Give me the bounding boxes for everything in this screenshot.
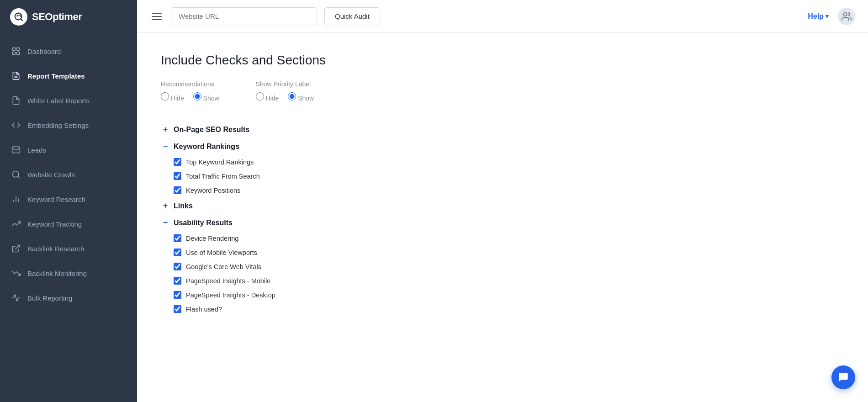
help-label: Help xyxy=(808,12,824,21)
svg-line-1 xyxy=(21,19,22,21)
check-device-rendering-label: Device Rendering xyxy=(186,235,238,242)
sidebar-item-label: Website Crawls xyxy=(27,171,75,179)
main-content: Include Checks and Sections Recommendati… xyxy=(137,33,868,402)
check-core-web-vitals: Google's Core Web Vitals xyxy=(161,259,844,274)
check-keyword-positions-input[interactable] xyxy=(174,186,181,194)
sidebar-item-backlink-monitoring[interactable]: Backlink Monitoring xyxy=(0,261,137,286)
svg-point-14 xyxy=(844,12,847,16)
chat-bubble-button[interactable] xyxy=(831,365,855,389)
check-mobile-viewports-input[interactable] xyxy=(174,249,181,256)
sidebar-item-label: Keyword Research xyxy=(27,196,85,203)
logo-icon xyxy=(10,8,27,26)
user-icon xyxy=(842,11,852,21)
svg-point-8 xyxy=(13,171,19,177)
section-links[interactable]: + Links xyxy=(161,197,844,214)
sidebar-item-website-crawls[interactable]: Website Crawls xyxy=(0,162,137,187)
embedding-icon xyxy=(11,120,21,130)
priority-show-label[interactable]: Show xyxy=(288,92,314,102)
check-core-web-vitals-input[interactable] xyxy=(174,263,181,270)
on-page-seo-title: On-Page SEO Results xyxy=(174,126,249,134)
report-templates-icon xyxy=(11,71,21,81)
svg-rect-3 xyxy=(17,48,20,51)
check-flash-used-input[interactable] xyxy=(174,305,181,313)
recommendations-hide-label[interactable]: Hide xyxy=(161,92,184,102)
sidebar-item-keyword-tracking[interactable]: Keyword Tracking xyxy=(0,212,137,236)
options-row: Recommendations Hide Show Show Priority … xyxy=(161,80,844,106)
user-icon-button[interactable] xyxy=(838,8,855,25)
check-pagespeed-desktop-label: PageSpeed Insights - Desktop xyxy=(186,291,275,299)
recommendations-radio-group: Hide Show xyxy=(161,92,219,106)
sidebar-item-dashboard[interactable]: Dashboard xyxy=(0,39,137,63)
sidebar-item-white-label[interactable]: White Label Reports xyxy=(0,88,137,113)
check-device-rendering-input[interactable] xyxy=(174,234,181,242)
sidebar-item-embedding[interactable]: Embedding Settings xyxy=(0,113,137,138)
check-total-traffic: Total Traffic From Search xyxy=(161,169,844,183)
links-toggle: + xyxy=(161,201,170,211)
check-flash-used-label: Flash used? xyxy=(186,306,222,313)
sidebar-item-label: Dashboard xyxy=(27,48,61,55)
keyword-rankings-toggle: − xyxy=(161,142,170,151)
keyword-tracking-icon xyxy=(11,219,21,229)
check-pagespeed-mobile-label: PageSpeed Insights - Mobile xyxy=(186,277,270,285)
check-top-keyword-rankings: Top Keyword Rankings xyxy=(161,155,844,169)
usability-title: Usability Results xyxy=(174,219,233,227)
top-bar-right: Help ▾ xyxy=(808,8,855,25)
check-keyword-positions-label: Keyword Positions xyxy=(186,187,240,194)
keyword-rankings-title: Keyword Rankings xyxy=(174,143,239,151)
check-total-traffic-input[interactable] xyxy=(174,172,181,180)
url-input[interactable] xyxy=(171,7,317,25)
sections-list: + On-Page SEO Results − Keyword Rankings… xyxy=(161,121,844,316)
check-mobile-viewports: Use of Mobile Viewports xyxy=(161,245,844,259)
section-usability[interactable]: − Usability Results xyxy=(161,214,844,231)
recommendations-show-radio[interactable] xyxy=(193,92,201,100)
svg-rect-5 xyxy=(17,52,20,55)
svg-rect-4 xyxy=(13,52,16,55)
check-mobile-viewports-label: Use of Mobile Viewports xyxy=(186,249,257,256)
help-button[interactable]: Help ▾ xyxy=(808,12,829,21)
sidebar-logo: SEOptimer xyxy=(0,0,137,34)
check-core-web-vitals-label: Google's Core Web Vitals xyxy=(186,263,261,270)
bulk-reporting-icon xyxy=(11,293,21,303)
hamburger-line-2 xyxy=(152,16,162,17)
hamburger-button[interactable] xyxy=(150,11,164,22)
recommendations-option: Recommendations Hide Show xyxy=(161,80,219,106)
check-pagespeed-desktop: PageSpeed Insights - Desktop xyxy=(161,288,844,302)
sidebar-item-report-templates[interactable]: Report Templates xyxy=(0,63,137,88)
sidebar-item-label: Leads xyxy=(27,146,46,154)
check-pagespeed-mobile-input[interactable] xyxy=(174,277,181,285)
help-chevron-icon: ▾ xyxy=(826,13,829,20)
top-bar: Quick Audit Help ▾ xyxy=(137,0,868,33)
quick-audit-button[interactable]: Quick Audit xyxy=(324,7,380,25)
recommendations-label: Recommendations xyxy=(161,80,219,88)
page-title: Include Checks and Sections xyxy=(161,53,844,68)
check-keyword-positions: Keyword Positions xyxy=(161,183,844,197)
sidebar-item-label: Keyword Tracking xyxy=(27,220,82,228)
sidebar-item-bulk-reporting[interactable]: Bulk Reporting xyxy=(0,286,137,310)
sidebar-item-leads[interactable]: Leads xyxy=(0,138,137,162)
svg-line-13 xyxy=(15,245,19,249)
chat-bubble-icon xyxy=(837,371,849,383)
check-pagespeed-mobile: PageSpeed Insights - Mobile xyxy=(161,274,844,288)
priority-hide-radio[interactable] xyxy=(256,92,264,100)
recommendations-show-label[interactable]: Show xyxy=(193,92,219,102)
dashboard-icon xyxy=(11,46,21,56)
recommendations-hide-radio[interactable] xyxy=(161,92,169,100)
hamburger-line-1 xyxy=(152,13,162,14)
section-keyword-rankings[interactable]: − Keyword Rankings xyxy=(161,138,844,155)
priority-label-label: Show Priority Label xyxy=(256,80,314,88)
check-top-keyword-rankings-input[interactable] xyxy=(174,158,181,166)
sidebar-item-backlink-research[interactable]: Backlink Research xyxy=(0,236,137,261)
check-device-rendering: Device Rendering xyxy=(161,231,844,245)
backlink-research-icon xyxy=(11,243,21,254)
section-on-page-seo[interactable]: + On-Page SEO Results xyxy=(161,121,844,138)
sidebar-item-keyword-research[interactable]: Keyword Research xyxy=(0,187,137,212)
priority-hide-label[interactable]: Hide xyxy=(256,92,279,102)
on-page-seo-toggle: + xyxy=(161,125,170,134)
usability-toggle: − xyxy=(161,218,170,227)
priority-label-option: Show Priority Label Hide Show xyxy=(256,80,314,106)
backlink-monitoring-icon xyxy=(11,268,21,278)
svg-rect-2 xyxy=(13,48,16,51)
leads-icon xyxy=(11,145,21,155)
priority-show-radio[interactable] xyxy=(288,92,296,100)
check-pagespeed-desktop-input[interactable] xyxy=(174,291,181,299)
